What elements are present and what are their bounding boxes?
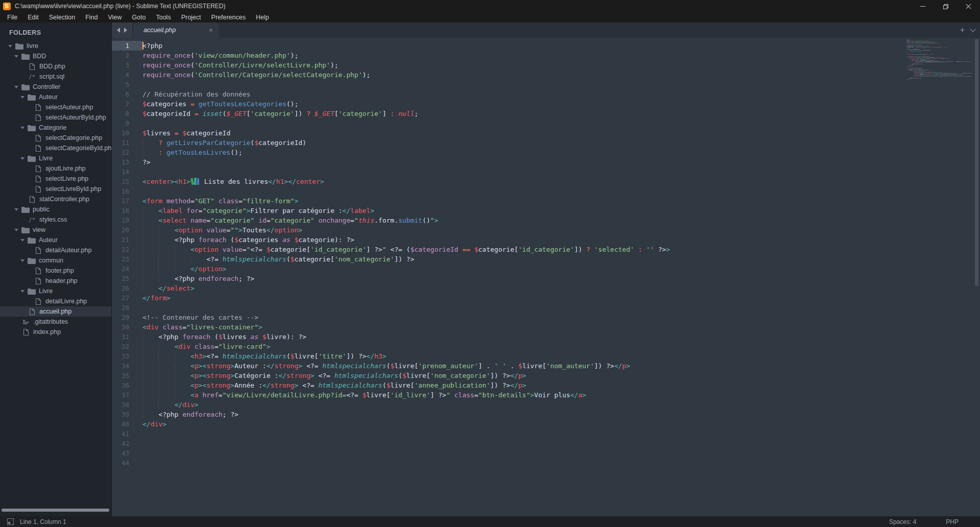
code-line-4[interactable]: 4require_once('Controller/Categorie/sele… [112,70,980,80]
code-line-8[interactable]: 8$categorieId = isset($_GET['categorie']… [112,109,980,118]
code-line-38[interactable]: 38 </div> [112,400,980,410]
code-line-10[interactable]: 10$livres = $categorieId [112,128,980,138]
expand-triangle-icon[interactable] [20,239,25,242]
expand-triangle-icon[interactable] [14,55,18,58]
code-line-32[interactable]: 32 <div class="livre-card"> [112,342,980,351]
sidebar-item-auteur[interactable]: Auteur [0,235,111,245]
sidebar-item-footer-php[interactable]: footer.php [0,266,111,276]
sidebar-item-selectcategoriebyid-php[interactable]: selectCategorieById.php [0,143,111,153]
sidebar-item-styles-css[interactable]: /*styles.css [0,214,111,225]
menu-goto[interactable]: Goto [127,12,151,22]
menu-project[interactable]: Project [176,12,206,22]
code-line-43[interactable]: 43 [112,448,980,458]
code-line-36[interactable]: 36 <p><strong>Année :</strong> <?= htmls… [112,380,980,390]
sidebar-item-ajoutlivre-php[interactable]: ajoutLivre.php [0,163,111,174]
expand-triangle-icon[interactable] [14,229,18,231]
new-tab-button[interactable]: + [960,26,965,34]
menu-tools[interactable]: Tools [151,12,176,22]
expand-triangle-icon[interactable] [20,290,25,293]
sidebar-item-livre[interactable]: livre [0,41,111,51]
code-line-20[interactable]: 20 <option value="">Toutes</option> [112,225,980,235]
sidebar-item-selectlivrebyid-php[interactable]: selectLivreById.php [0,184,111,194]
sidebar-item-index-php[interactable]: index.php [0,327,111,337]
tab-accueil-php[interactable]: accueil.php × [133,22,219,38]
sidebar-item-script-sql[interactable]: /*script.sql [0,71,111,82]
indentation-setting[interactable]: Spaces: 4 [889,518,916,525]
code-line-9[interactable]: 9 [112,118,980,128]
menu-file[interactable]: File [2,12,22,22]
sidebar-item-categorie[interactable]: Categorie [0,123,111,133]
code-line-41[interactable]: 41 [112,429,980,439]
code-line-40[interactable]: 40</div> [112,419,980,429]
code-line-15[interactable]: 15<center><h1> Liste des livres</h1></ce… [112,177,980,186]
sidebar-item-statcontroller-php[interactable]: statController.php [0,194,111,204]
code-line-26[interactable]: 26 </select> [112,283,980,293]
sidebar-item--gitattributes[interactable]: .gitattributes [0,317,111,327]
sidebar-item-public[interactable]: public [0,204,111,214]
expand-triangle-icon[interactable] [20,127,25,129]
code-line-1[interactable]: 1<?php [112,41,980,51]
expand-triangle-icon[interactable] [14,86,18,88]
sidebar-item-detailauteur-php[interactable]: detailAuteur.php [0,245,111,255]
code-line-44[interactable]: 44 [112,458,980,468]
prev-tab-icon[interactable] [117,28,120,33]
code-line-5[interactable]: 5 [112,80,980,89]
expand-triangle-icon[interactable] [8,45,12,47]
sidebar-item-header-php[interactable]: header.php [0,276,111,286]
code-line-13[interactable]: 13?> [112,157,980,167]
restore-button[interactable] [934,0,957,12]
code-line-12[interactable]: 12 : getTousLesLivres(); [112,148,980,157]
sidebar-item-accueil-php[interactable]: accueil.php [0,306,111,317]
code-line-27[interactable]: 27</form> [112,293,980,303]
code-line-42[interactable]: 42 [112,439,980,448]
menu-view[interactable]: View [103,12,127,22]
code-line-16[interactable]: 16 [112,186,980,196]
code-line-25[interactable]: 25 <?php endforeach; ?> [112,274,980,283]
code-line-22[interactable]: 22 <option value="<?= $categorie['id_cat… [112,245,980,254]
code-line-6[interactable]: 6// Récupération des données [112,89,980,99]
sidebar-item-bdd[interactable]: BDD [0,51,111,61]
code-line-37[interactable]: 37 <a href="view/Livre/detailLivre.php?i… [112,390,980,400]
code-line-28[interactable]: 28 [112,303,980,313]
code-line-19[interactable]: 19 <select name="categorie" id="categori… [112,215,980,225]
next-tab-icon[interactable] [124,28,127,33]
code-line-29[interactable]: 29<!-- Conteneur des cartes --> [112,313,980,322]
close-button[interactable] [957,0,980,12]
code-line-23[interactable]: 23 <?= htmlspecialchars($categorie['nom_… [112,254,980,264]
code-line-33[interactable]: 33 <h3><?= htmlspecialchars($livre['titr… [112,351,980,361]
code-editor[interactable]: 1<?php2require_once('view/commun/header.… [112,38,980,516]
code-line-31[interactable]: 31 <?php foreach ($livres as $livre): ?> [112,332,980,342]
code-line-35[interactable]: 35 <p><strong>Catégorie :</strong> <?= h… [112,371,980,380]
code-line-7[interactable]: 7$categories = getToutesLesCategories(); [112,99,980,109]
code-line-24[interactable]: 24 </option> [112,264,980,274]
sidebar-item-detaillivre-php[interactable]: detailLivre.php [0,296,111,306]
minimize-button[interactable] [911,0,934,12]
sidebar-horizontal-scrollbar[interactable] [2,509,109,512]
sidebar-item-livre[interactable]: Livre [0,153,111,163]
menu-find[interactable]: Find [80,12,103,22]
expand-triangle-icon[interactable] [14,208,18,211]
sidebar-item-commun[interactable]: commun [0,255,111,266]
code-line-30[interactable]: 30<div class="livres-container"> [112,322,980,332]
status-panel-icon[interactable] [7,518,14,525]
code-line-3[interactable]: 3require_once('Controller/Livre/selectLi… [112,60,980,70]
tab-close-icon[interactable]: × [209,27,213,34]
menu-help[interactable]: Help [251,12,274,22]
code-line-2[interactable]: 2require_once('view/commun/header.php'); [112,51,980,60]
expand-triangle-icon[interactable] [20,157,25,160]
expand-triangle-icon[interactable] [20,259,25,262]
menu-selection[interactable]: Selection [44,12,80,22]
sidebar-item-bdd-php[interactable]: BDD.php [0,61,111,71]
code-line-39[interactable]: 39 <?php endforeach; ?> [112,410,980,419]
sidebar-item-selectcategorie-php[interactable]: selectCategorie.php [0,133,111,143]
code-line-34[interactable]: 34 <p><strong>Auteur :</strong> <?= html… [112,361,980,371]
minimap[interactable]: 1<?php2require_once('view/commun/header.… [906,40,972,96]
expand-triangle-icon[interactable] [20,96,25,99]
sidebar-item-view[interactable]: view [0,225,111,235]
code-line-21[interactable]: 21 <?php foreach ($categories as $catego… [112,235,980,245]
sidebar-item-selectauteurbyid-php[interactable]: selectAuteurById.php [0,112,111,123]
tab-overflow-icon[interactable] [970,26,975,32]
code-line-14[interactable]: 14 [112,167,980,177]
code-line-18[interactable]: 18 <label for="categorie">Filtrer par ca… [112,206,980,215]
sidebar-item-livre[interactable]: Livre [0,286,111,296]
